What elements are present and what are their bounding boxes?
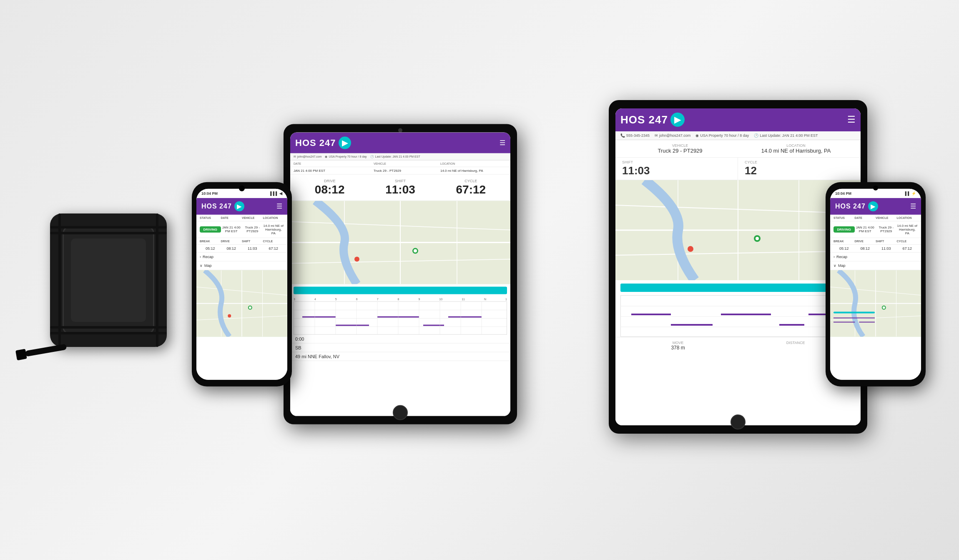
phone-right-drive-val: 08:12 bbox=[855, 246, 876, 250]
tablet-center-info-bar: ✉john@hos247.com ◉USA Property 70 hour /… bbox=[290, 153, 510, 160]
phone-right-location: 14.0 mi NE of Harrisburg, PA bbox=[897, 223, 918, 235]
tablet-drive-val: 08:12 bbox=[315, 183, 345, 196]
svg-rect-24 bbox=[327, 316, 336, 317]
phone-left-date: JAN 21 4:00 PM EST bbox=[221, 226, 242, 233]
phone-right-logo: HOS 247 ▶ bbox=[835, 201, 878, 211]
phone-left-menu-icon[interactable]: ☰ bbox=[276, 202, 282, 210]
tablet-back-location-val: 14.0 mi NE of Harrisburg, PA bbox=[738, 148, 854, 154]
phone-right-map-toggle[interactable]: ∨ Map bbox=[830, 261, 921, 270]
phone-right: 10:04 PM ▌▌ ⚡ HOS 247 ▶ ☰ STATUS DATE VE… bbox=[826, 182, 926, 386]
phone-right-logo-text: HOS 247 bbox=[835, 202, 866, 210]
svg-point-47 bbox=[688, 246, 693, 252]
tablet-back-logo-text: HOS 247 bbox=[620, 113, 668, 126]
tablet-back-shift-col: SHIFT 11:03 bbox=[615, 158, 738, 180]
tablet-back-logo-btn[interactable]: ▶ bbox=[670, 113, 685, 127]
svg-rect-53 bbox=[671, 324, 713, 326]
tablet-center-logo: HOS 247 ▶ bbox=[295, 136, 351, 149]
phone-left-status-badge: DRIVING bbox=[200, 226, 221, 232]
phone-left-recap-label: Recap bbox=[203, 254, 213, 259]
tablet-center-camera bbox=[398, 128, 402, 132]
tablet-drive-group: DRIVE 08:12 bbox=[315, 178, 345, 196]
phone-right-table-header: STATUS DATE VEHICLE LOCATION bbox=[830, 214, 921, 221]
phone-right-screen: 10:04 PM ▌▌ ⚡ HOS 247 ▶ ☰ STATUS DATE VE… bbox=[830, 188, 921, 379]
svg-rect-25 bbox=[336, 324, 369, 326]
phone-right-metrics-header: BREAK DRIVE SHIFT CYCLE bbox=[830, 238, 921, 244]
phone-left-metrics-row: 05:12 08:12 11:03 67:12 bbox=[196, 244, 287, 252]
phone-left-header: HOS 247 ▶ ☰ bbox=[196, 198, 287, 214]
gps-device-screen bbox=[71, 239, 146, 322]
phone-right-signal: ▌▌ ⚡ bbox=[905, 191, 916, 195]
phone-left-location: 14.0 mi NE of Harrisburg, PA bbox=[263, 223, 284, 235]
tablet-timeline: 34567891011N1 bbox=[290, 296, 510, 301]
phone-right-logo-btn[interactable]: ▶ bbox=[868, 201, 878, 211]
tablet-back-menu[interactable]: ☰ bbox=[847, 114, 856, 125]
tablet-back-screen: HOS 247 ▶ ☰ 📞555-345-2345 ✉john@hos247.c… bbox=[615, 108, 861, 425]
phone-left-status-row: DRIVING JAN 21 4:00 PM EST Truck 29 - PT… bbox=[196, 221, 287, 238]
tablet-center-app: HOS 247 ▶ ☰ ✉john@hos247.com ◉USA Proper… bbox=[290, 132, 510, 416]
phone-right-menu-icon[interactable]: ☰ bbox=[910, 202, 916, 210]
phone-right-shift-val: 11:03 bbox=[876, 246, 897, 250]
tablet-back-stat-move: MOVE 378 m bbox=[671, 341, 685, 351]
phone-left-h-vehicle: VEHICLE bbox=[242, 216, 263, 219]
svg-point-18 bbox=[414, 249, 417, 252]
tablet-center-menu[interactable]: ☰ bbox=[500, 139, 505, 147]
tablet-info-0-0: 0:00 bbox=[290, 334, 510, 343]
tablet-back-info-bar: 📞555-345-2345 ✉john@hos247.com ◉USA Prop… bbox=[615, 131, 861, 140]
tablet-info-location: 49 mi NNE Fallov, NV bbox=[290, 352, 510, 361]
phone-right-map-label: Map bbox=[838, 263, 846, 267]
tablet-location-label: LOCATION bbox=[440, 162, 507, 165]
phone-left-table-header: STATUS DATE VEHICLE LOCATION bbox=[196, 214, 287, 221]
gps-device bbox=[50, 213, 167, 347]
svg-rect-54 bbox=[721, 314, 771, 315]
phone-right-time: 10:04 PM bbox=[835, 191, 851, 195]
tablet-back-stat-distance: DISTANCE bbox=[786, 341, 805, 351]
phone-right-vehicle: Truck 29 - PT2929 bbox=[876, 226, 897, 233]
tablet-vehicle-label: VEHICLE bbox=[374, 162, 440, 165]
tablet-center-map bbox=[290, 201, 510, 284]
phone-right-header: HOS 247 ▶ ☰ bbox=[830, 198, 921, 214]
phone-right-status-badge: DRIVING bbox=[833, 226, 855, 232]
phone-left-h-location: LOCATION bbox=[263, 216, 284, 219]
phone-left-m-drive: DRIVE bbox=[221, 239, 242, 242]
tablet-back-email: ✉john@hos247.com bbox=[655, 133, 690, 138]
phone-left-logo-btn[interactable]: ▶ bbox=[234, 201, 244, 211]
phone-right-m-drive: DRIVE bbox=[855, 239, 876, 242]
phone-right-status-row: DRIVING JAN 21 4:00 PM EST Truck 29 - PT… bbox=[830, 221, 921, 238]
tablet-back-rule: ◉USA Property 70 hour / 8 day bbox=[695, 133, 749, 138]
tablet-cycle-group: CYCLE 67:12 bbox=[456, 178, 486, 196]
phone-left-shift-val: 11:03 bbox=[242, 246, 263, 250]
phone-left-map-toggle[interactable]: ∨ Map bbox=[196, 261, 287, 270]
tablet-cycle-val: 67:12 bbox=[456, 183, 486, 196]
tablet-vehicle-val: Truck 29 - PT2929 bbox=[374, 168, 440, 172]
tablet-log-graph bbox=[294, 301, 507, 334]
phone-right-cycle-val: 67:12 bbox=[897, 246, 918, 250]
phone-left-recap-toggle[interactable]: › Recap bbox=[196, 252, 287, 261]
phone-left-m-cycle: CYCLE bbox=[263, 239, 284, 242]
tablet-center-home-btn[interactable] bbox=[393, 405, 408, 420]
tablet-center-values-row: DRIVE 08:12 SHIFT 11:03 CYCLE 67:12 bbox=[290, 174, 510, 201]
svg-rect-27 bbox=[423, 324, 444, 326]
svg-point-9 bbox=[228, 314, 231, 317]
tablet-info-sb: SB bbox=[290, 343, 510, 352]
tablet-info-rule: ◉USA Property 70 hour / 8 day bbox=[325, 155, 367, 158]
phone-left-metrics-header: BREAK DRIVE SHIFT CYCLE bbox=[196, 238, 287, 244]
tablet-back-shift-cycle: SHIFT 11:03 CYCLE 12 bbox=[615, 158, 861, 180]
phone-right-h-status: STATUS bbox=[833, 216, 855, 219]
phone-right-h-location: LOCATION bbox=[897, 216, 918, 219]
svg-point-8 bbox=[249, 306, 251, 309]
tablet-info-update: 🕐Last Update: JAN 21 4:00 PM EST bbox=[370, 155, 420, 158]
svg-rect-66 bbox=[833, 311, 875, 313]
tablet-center-screen: HOS 247 ▶ ☰ ✉john@hos247.com ◉USA Proper… bbox=[290, 132, 510, 416]
phone-left-m-break: BREAK bbox=[200, 239, 221, 242]
phone-right-recap-toggle[interactable]: › Recap bbox=[830, 252, 921, 261]
phone-right-break-val: 05:12 bbox=[833, 246, 855, 250]
tablet-center: HOS 247 ▶ ☰ ✉john@hos247.com ◉USA Proper… bbox=[284, 124, 517, 424]
tablet-center-logo-btn[interactable]: ▶ bbox=[339, 136, 351, 149]
phone-left-vehicle: Truck 29 - PT2929 bbox=[242, 226, 263, 233]
phone-left-logo: HOS 247 ▶ bbox=[201, 201, 244, 211]
phone-right-m-shift: SHIFT bbox=[876, 239, 897, 242]
tablet-center-logo-text: HOS 247 bbox=[295, 137, 336, 148]
tablet-back-log-bar bbox=[620, 284, 856, 292]
tablet-back-home-btn[interactable] bbox=[731, 414, 746, 429]
tablet-back-map bbox=[615, 180, 861, 280]
